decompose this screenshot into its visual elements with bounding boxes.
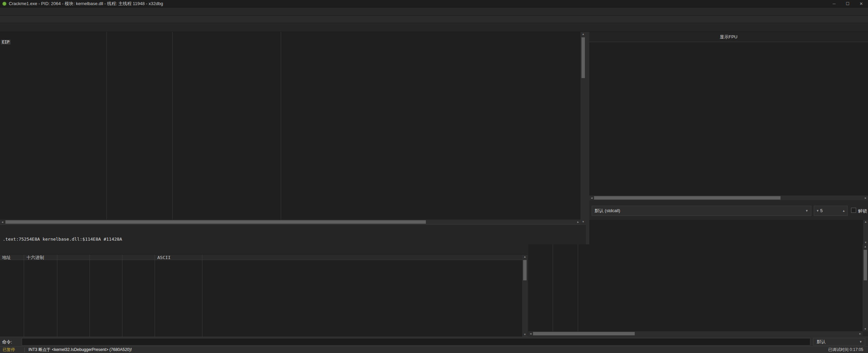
dump-header-ascii: ASCII <box>157 255 171 260</box>
app-bug-icon <box>2 2 6 6</box>
arguments-vscrollbar[interactable]: ▲ ▼ <box>863 220 868 244</box>
disasm-vscrollbar[interactable]: ▲ ▼ <box>580 32 586 224</box>
command-input[interactable] <box>22 338 810 346</box>
dump-header-hex: 十六进制 <box>26 255 44 260</box>
disasm-info-bar: .text:75254E8A kernelbase.dll:$114E8A #1… <box>0 224 588 244</box>
spinner-down-icon[interactable]: ▼ <box>816 206 819 216</box>
address-info-line: .text:75254E8A kernelbase.dll:$114E8A #1… <box>3 237 122 241</box>
title-bar: Crackme1.exe - PID: 2064 - 模块: kernelbas… <box>0 0 868 7</box>
spinner-up-icon[interactable]: ▲ <box>842 206 845 216</box>
show-fpu-button[interactable]: 显示FPU <box>589 32 868 42</box>
lock-checkbox-label: 解锁 <box>858 208 867 214</box>
disasm-hscrollbar[interactable]: ◄ ► <box>0 220 580 224</box>
column-separator <box>281 32 281 220</box>
toolbar <box>0 16 868 23</box>
chevron-down-icon: ▼ <box>859 338 862 345</box>
registers-hscrollbar[interactable]: ◄ ► <box>589 196 868 200</box>
window-title: Crackme1.exe - PID: 2064 - 模块: kernelbas… <box>9 0 163 7</box>
column-separator <box>106 32 107 220</box>
stack-vscrollbar[interactable]: ▲ ▼ <box>863 244 868 331</box>
lock-checkbox[interactable] <box>851 208 856 213</box>
view-tab-bar <box>0 23 868 32</box>
chevron-down-icon: ▼ <box>805 206 808 216</box>
pane-splitter[interactable] <box>586 32 589 244</box>
minimize-button[interactable]: ─ <box>827 0 841 7</box>
debug-time: 已调试时间 0:17:05 <box>828 347 863 353</box>
arguments-toolbar: 默认 (stdcall) ▼ ▼ 5 ▲ 解锁 <box>589 201 868 220</box>
command-bar: 命令: 默认 ▼ <box>0 337 868 346</box>
status-message: INT3 断点于 <kernel32.IsDebuggerPresent> (7… <box>28 347 132 353</box>
arguments-view[interactable] <box>589 220 868 244</box>
dump-header-address: 地址 <box>2 255 11 260</box>
close-button[interactable]: ✕ <box>854 0 868 7</box>
debugger-state-badge: 已暂停 <box>3 347 15 353</box>
stack-view[interactable] <box>528 244 863 331</box>
menu-bar <box>0 7 868 16</box>
eip-gutter-label: EIP <box>1 40 11 44</box>
stack-hscrollbar[interactable]: ◄ ► <box>528 331 863 336</box>
dump-vscrollbar[interactable]: ▲ ▼ <box>522 255 528 337</box>
column-separator <box>172 32 173 220</box>
command-profile-select[interactable]: 默认 ▼ <box>813 338 865 346</box>
calling-convention-select[interactable]: 默认 (stdcall) ▼ <box>592 206 811 216</box>
argument-count-spinner[interactable]: ▼ 5 ▲ <box>814 206 848 216</box>
dump-header-row: 地址 十六进制 ASCII <box>0 255 528 260</box>
dump-tab-bar <box>0 244 528 255</box>
status-bar: 已暂停 INT3 断点于 <kernel32.IsDebuggerPresent… <box>0 346 868 353</box>
memory-dump-view[interactable]: 地址 十六进制 ASCII <box>0 255 528 337</box>
registers-view[interactable]: 显示FPU <box>589 32 868 196</box>
maximize-button[interactable]: ☐ <box>841 0 854 7</box>
command-label: 命令: <box>2 339 12 345</box>
disassembly-view[interactable] <box>0 32 580 220</box>
